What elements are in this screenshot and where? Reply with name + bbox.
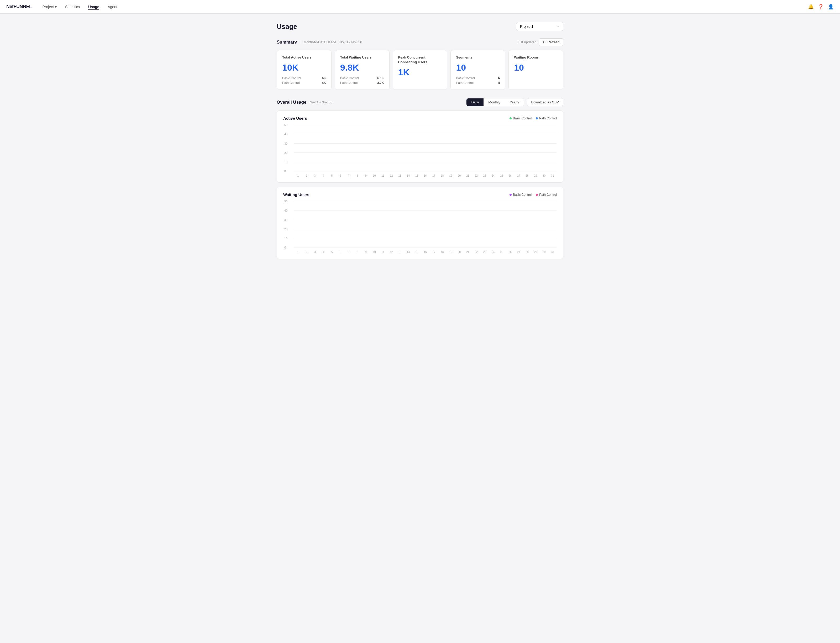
x-label: 30 [540,174,548,177]
stat-card-value: 9.8K [340,62,384,73]
stat-card-row: Path Control 3.7K [340,81,384,85]
nav-agent[interactable]: Agent [108,4,117,10]
grid-label: 40 [284,132,288,136]
bell-icon[interactable]: 🔔 [808,4,814,10]
x-label: 25 [497,174,506,177]
legend-label: Path Control [539,193,557,197]
x-label: 14 [404,174,412,177]
summary-title: Summary [277,40,297,45]
just-updated-label: Just updated [517,40,536,44]
waiting-users-chart-section: Waiting Users Basic ControlPath Control … [277,187,563,259]
legend-dot [510,118,512,119]
stat-card: Total Waiting Users 9.8K Basic Control 6… [335,50,389,90]
x-label: 16 [421,251,430,253]
x-label: 1 [294,251,302,253]
stat-card: Segments 10 Basic Control 6 Path Control… [451,50,505,90]
x-label: 10 [370,251,379,253]
x-label: 17 [430,174,438,177]
x-label: 28 [523,174,531,177]
x-label: 6 [336,251,345,253]
grid-label: 10 [284,160,288,163]
legend-label: Path Control [539,116,557,120]
stat-row-label: Path Control [282,81,300,85]
stat-row-label: Path Control [456,81,474,85]
stat-card-title: Segments [456,55,500,60]
overall-usage-header: Overall Usage Nov 1 - Nov 30 DailyMonthl… [277,98,563,106]
grid-label: 20 [284,228,288,231]
x-label: 17 [430,251,438,253]
stat-card-value: 10K [282,62,326,73]
grid-label: 10 [284,237,288,240]
x-label: 21 [464,251,472,253]
legend-item: Path Control [536,193,557,197]
project-select[interactable]: Project1 Project2 [516,22,563,31]
x-label: 20 [455,174,463,177]
brand-logo: NetFUNNEL [6,4,32,10]
legend-dot [536,194,538,196]
nav-statistics[interactable]: Statistics [65,4,80,10]
stat-card-value: 1K [398,67,442,77]
nav-usage[interactable]: Usage [88,4,99,10]
period-tab-daily[interactable]: Daily [466,98,484,106]
stat-row-label: Path Control [340,81,358,85]
stat-card-title: Total Active Users [282,55,326,60]
x-label: 3 [311,251,319,253]
grid-label: 30 [284,142,288,145]
main-content: Usage Project1 Project2 Summary Month-to… [270,14,570,272]
refresh-button[interactable]: ↻ Refresh [539,38,563,46]
active-users-chart-title: Active Users [283,116,307,121]
x-label: 13 [395,174,404,177]
x-label: 7 [345,174,353,177]
stat-row-label: Basic Control [456,77,475,80]
active-users-legend: Basic ControlPath Control [510,116,557,120]
period-tab-yearly[interactable]: Yearly [505,98,524,106]
x-label: 10 [370,174,379,177]
refresh-icon: ↻ [543,40,546,44]
download-csv-button[interactable]: Download as CSV [527,98,564,106]
user-icon[interactable]: 👤 [828,4,834,10]
period-tab-group: DailyMonthlyYearly [466,98,524,106]
x-label: 29 [531,174,540,177]
x-label: 4 [319,251,328,253]
stat-row-label: Basic Control [282,77,301,80]
x-label: 2 [302,251,311,253]
legend-label: Basic Control [513,193,531,197]
x-label: 5 [328,251,336,253]
x-label: 15 [413,174,421,177]
stat-row-value: 4 [498,81,500,85]
active-users-chart-header: Active Users Basic ControlPath Control [283,116,557,121]
grid-label: 50 [284,200,288,203]
refresh-label: Refresh [547,40,559,44]
x-label: 9 [362,174,370,177]
x-label: 29 [531,251,540,253]
legend-label: Basic Control [513,116,531,120]
x-label: 24 [489,251,497,253]
legend-item: Basic Control [510,193,531,197]
overall-title: Overall Usage [277,100,306,105]
grid-line: 0 [294,171,557,171]
x-label: 6 [336,174,345,177]
x-label: 31 [548,251,557,253]
stat-card-row: Basic Control 6 [456,77,500,80]
x-label: 27 [515,174,523,177]
legend-dot [510,194,512,196]
stat-card-row: Path Control 4 [456,81,500,85]
help-icon[interactable]: ❓ [818,4,824,10]
x-label: 26 [506,174,514,177]
x-label: 18 [438,251,446,253]
stat-card-title: Total Waiting Users [340,55,384,60]
summary-subtitle: Month-to-Date Usage [300,40,336,44]
page-title: Usage [277,23,297,31]
x-label: 31 [548,174,557,177]
overall-date: Nov 1 - Nov 30 [309,100,332,104]
x-label: 14 [404,251,412,253]
x-labels: 1234567891011121314151617181920212223242… [294,174,557,177]
period-tab-monthly[interactable]: Monthly [484,98,505,106]
x-label: 7 [345,251,353,253]
x-label: 22 [472,251,480,253]
nav-icons: 🔔 ❓ 👤 [808,4,834,10]
waiting-users-chart-title: Waiting Users [283,193,309,197]
x-label: 3 [311,174,319,177]
grid-label: 0 [284,170,286,173]
nav-project[interactable]: Project ▾ [42,4,57,10]
